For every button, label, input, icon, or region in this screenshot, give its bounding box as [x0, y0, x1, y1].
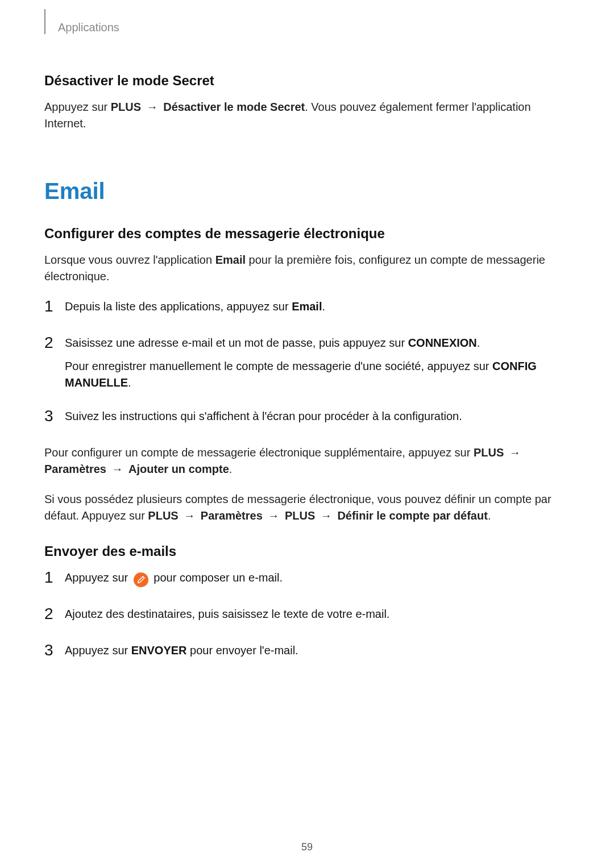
bold-definir-defaut: Définir le compte par défaut	[337, 509, 488, 522]
text-fragment: Depuis la liste des applications, appuye…	[65, 300, 292, 313]
bold-connexion: CONNEXION	[408, 337, 477, 349]
page-container: Applications Désactiver le mode Secret A…	[0, 0, 614, 868]
text-fragment: Appuyez sur	[44, 101, 111, 113]
bold-ajouter-compte: Ajouter un compte	[128, 463, 229, 475]
bold-plus: PLUS	[111, 101, 141, 113]
section-title-configure-accounts: Configurer des comptes de messagerie éle…	[44, 226, 570, 242]
text-fragment: Suivez les instructions qui s'affichent …	[65, 410, 462, 422]
text-fragment: .	[488, 509, 491, 522]
step-1: Depuis la liste des applications, appuye…	[44, 298, 570, 318]
page-header: Applications	[44, 15, 570, 40]
step-2-subnote: Pour enregistrer manuellement le compte …	[65, 358, 570, 391]
bold-plus: PLUS	[285, 509, 315, 522]
arrow-icon: →	[179, 509, 201, 522]
text-fragment: Saisissez une adresse e-mail et un mot d…	[65, 337, 408, 349]
bold-parametres: Paramètres	[201, 509, 263, 522]
compose-icon	[134, 572, 148, 587]
bold-plus: PLUS	[148, 509, 178, 522]
text-fragment: pour envoyer l'e-mail.	[187, 644, 298, 657]
send-email-steps: Appuyez sur pour composer un e-mail. Ajo…	[44, 570, 570, 662]
arrow-icon: →	[263, 509, 285, 522]
send-step-3: Appuyez sur ENVOYER pour envoyer l'e-mai…	[44, 642, 570, 662]
text-fragment: Pour enregistrer manuellement le compte …	[65, 360, 492, 372]
text-fragment: Appuyez sur	[65, 571, 131, 584]
bold-plus: PLUS	[474, 446, 504, 459]
text-fragment: .	[477, 337, 480, 349]
text-fragment: .	[229, 463, 233, 475]
breadcrumb: Applications	[58, 21, 119, 34]
step-2: Saisissez une adresse e-mail et un mot d…	[44, 335, 570, 391]
bold-parametres: Paramètres	[44, 463, 106, 475]
section-title-disable-secret: Désactiver le mode Secret	[44, 73, 570, 89]
page-number: 59	[0, 841, 614, 853]
bold-disable-secret: Désactiver le mode Secret	[163, 101, 305, 113]
arrow-icon: →	[141, 101, 163, 113]
text-fragment: Ajoutez des destinataires, puis saisisse…	[65, 608, 389, 620]
additional-account-paragraph: Pour configurer un compte de messagerie …	[44, 445, 570, 477]
header-divider	[44, 9, 45, 34]
bold-email-app: Email	[215, 254, 246, 266]
text-fragment: .	[322, 300, 325, 313]
step-3: Suivez les instructions qui s'affichent …	[44, 408, 570, 427]
text-fragment: Lorsque vous ouvrez l'application	[44, 254, 215, 266]
arrow-icon: →	[315, 509, 337, 522]
arrow-icon: →	[504, 446, 523, 459]
send-step-2: Ajoutez des destinataires, puis saisisse…	[44, 606, 570, 625]
bold-envoyer: ENVOYER	[131, 644, 187, 657]
arrow-icon: →	[106, 463, 128, 475]
configure-intro: Lorsque vous ouvrez l'application Email …	[44, 252, 570, 285]
default-account-paragraph: Si vous possédez plusieurs comptes de me…	[44, 491, 570, 524]
disable-secret-paragraph: Appuyez sur PLUS → Désactiver le mode Se…	[44, 99, 570, 132]
bold-email-app: Email	[292, 300, 322, 313]
send-step-1: Appuyez sur pour composer un e-mail.	[44, 570, 570, 589]
text-fragment: .	[128, 376, 131, 389]
section-title-send-emails: Envoyer des e-mails	[44, 543, 570, 559]
main-section-title-email: Email	[44, 178, 570, 204]
configure-steps: Depuis la liste des applications, appuye…	[44, 298, 570, 427]
text-fragment: Pour configurer un compte de messagerie …	[44, 446, 474, 459]
text-fragment: pour composer un e-mail.	[151, 571, 283, 584]
text-fragment: Appuyez sur	[65, 644, 131, 657]
